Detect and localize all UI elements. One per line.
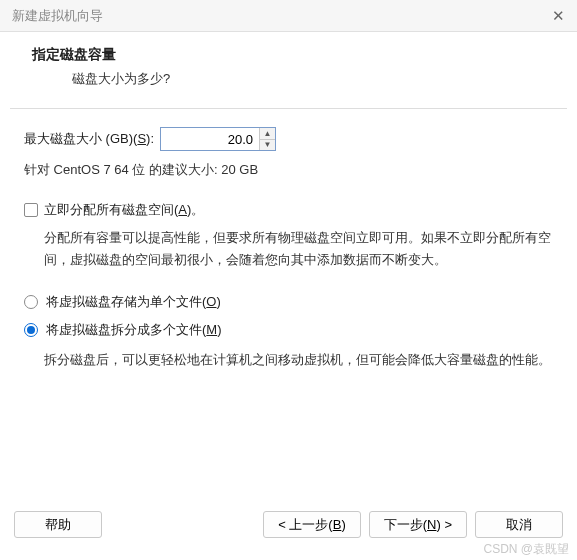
allocate-now-label: 立即分配所有磁盘空间(A)。 <box>44 201 204 219</box>
nav-button-group: < 上一步(B) 下一步(N) > 取消 <box>263 511 563 538</box>
single-file-label: 将虚拟磁盘存储为单个文件(O) <box>46 293 221 311</box>
spinner-buttons[interactable]: ▲ ▼ <box>259 128 275 150</box>
button-bar: 帮助 < 上一步(B) 下一步(N) > 取消 <box>0 501 577 538</box>
page-title: 指定磁盘容量 <box>24 46 553 64</box>
close-icon[interactable]: ✕ <box>552 7 565 25</box>
size-spinner[interactable]: ▲ ▼ <box>160 127 276 151</box>
size-input[interactable] <box>161 128 259 150</box>
split-file-desc: 拆分磁盘后，可以更轻松地在计算机之间移动虚拟机，但可能会降低大容量磁盘的性能。 <box>24 349 553 371</box>
split-file-label: 将虚拟磁盘拆分成多个文件(M) <box>46 321 222 339</box>
page-subtitle: 磁盘大小为多少? <box>24 70 553 88</box>
watermark: CSDN @袁既望 <box>483 541 569 558</box>
window-title: 新建虚拟机向导 <box>12 7 103 25</box>
max-size-row: 最大磁盘大小 (GB)(S): ▲ ▼ <box>24 127 553 151</box>
allocate-now-desc: 分配所有容量可以提高性能，但要求所有物理磁盘空间立即可用。如果不立即分配所有空间… <box>24 227 553 271</box>
split-file-radio-row[interactable]: 将虚拟磁盘拆分成多个文件(M) <box>24 321 553 339</box>
single-file-radio-row[interactable]: 将虚拟磁盘存储为单个文件(O) <box>24 293 553 311</box>
spinner-up-icon[interactable]: ▲ <box>260 128 275 140</box>
spinner-down-icon[interactable]: ▼ <box>260 140 275 151</box>
back-button[interactable]: < 上一步(B) <box>263 511 361 538</box>
recommended-size-label: 针对 CentOS 7 64 位 的建议大小: 20 GB <box>24 161 553 179</box>
max-size-label: 最大磁盘大小 (GB)(S): <box>24 130 154 148</box>
split-file-radio[interactable] <box>24 323 38 337</box>
allocate-now-checkbox[interactable] <box>24 203 38 217</box>
cancel-button[interactable]: 取消 <box>475 511 563 538</box>
single-file-radio[interactable] <box>24 295 38 309</box>
next-button[interactable]: 下一步(N) > <box>369 511 467 538</box>
title-bar: 新建虚拟机向导 ✕ <box>0 0 577 32</box>
allocate-now-checkbox-row[interactable]: 立即分配所有磁盘空间(A)。 <box>24 201 553 219</box>
help-button[interactable]: 帮助 <box>14 511 102 538</box>
content-area: 最大磁盘大小 (GB)(S): ▲ ▼ 针对 CentOS 7 64 位 的建议… <box>0 109 577 403</box>
wizard-header: 指定磁盘容量 磁盘大小为多少? <box>0 32 577 108</box>
